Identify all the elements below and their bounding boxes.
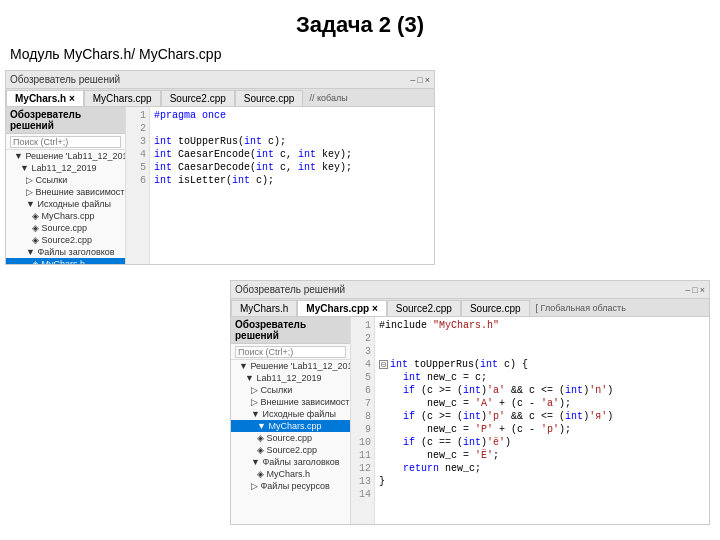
module-label: Модуль MyChars.h/ MyChars.cpp [0,44,720,68]
bottom-tree-header-files[interactable]: ▼ Файлы заголовков [231,456,350,468]
top-explorer-title: Обозреватель решений [6,107,125,134]
bottom-min-btn[interactable]: – [685,285,690,295]
bottom-ln-3: 3 [351,345,374,358]
bottom-tree-source2-cpp[interactable]: ◈ Source2.cpp [231,444,350,456]
bottom-ln-4: 4 [351,358,374,371]
bottom-tab-source2-cpp[interactable]: Source2.cpp [387,300,461,316]
top-tab-mychars-cpp[interactable]: MyChars.cpp [84,90,161,106]
bottom-ln-9: 9 [351,423,374,436]
bottom-ln-2: 2 [351,332,374,345]
bottom-tree-solution[interactable]: ▼ Решение 'Lab11_12_2019' (проектов: 1 [231,360,350,372]
bottom-tree-ext-deps[interactable]: ▷ Внешние зависимости [231,396,350,408]
bottom-explorer-title: Обозреватель решений [231,317,350,344]
top-line-num-1: 1 [126,109,149,122]
bottom-ln-10: 10 [351,436,374,449]
top-titlebar: Обозреватель решений – □ × [6,71,434,89]
bottom-tree-mychars-cpp[interactable]: ▼ MyChars.cpp [231,420,350,432]
bottom-ln-11: 11 [351,449,374,462]
top-solution-explorer: Обозреватель решений ▼ Решение 'Lab11_12… [6,107,126,264]
bottom-tree-resources[interactable]: ▷ Файлы ресурсов [231,480,350,492]
bottom-tab-mychars-cpp[interactable]: MyChars.cpp × [297,300,386,316]
top-line-num-2: 2 [126,122,149,135]
bottom-ln-14: 14 [351,488,374,501]
bottom-ln-13: 13 [351,475,374,488]
top-tree-ext-deps[interactable]: ▷ Внешние зависимости [6,186,125,198]
top-max-btn[interactable]: □ [417,75,422,85]
bottom-tree-project[interactable]: ▼ Lab11_12_2019 [231,372,350,384]
bottom-code-area: 1 2 3 4 5 6 7 8 9 10 11 12 13 14 #includ… [351,317,709,524]
top-titlebar-label: Обозреватель решений [10,74,120,85]
top-line-num-6: 6 [126,174,149,187]
bottom-location-bar-tab: [ Глобальная область [530,301,709,315]
top-tree-header-files[interactable]: ▼ Файлы заголовков [6,246,125,258]
bottom-ide-window: Обозреватель решений – □ × MyChars.h MyC… [230,280,710,525]
bottom-explorer-search [231,344,350,360]
top-titlebar-controls: – □ × [410,75,430,85]
top-tree-refs[interactable]: ▷ Ссылки [6,174,125,186]
top-tree-source-files[interactable]: ▼ Исходные файлы [6,198,125,210]
bottom-tree-mychars-h[interactable]: ◈ MyChars.h [231,468,350,480]
bottom-tree-refs[interactable]: ▷ Ссылки [231,384,350,396]
bottom-ln-8: 8 [351,410,374,423]
top-tree-project[interactable]: ▼ Lab11_12_2019 [6,162,125,174]
bottom-ln-12: 12 [351,462,374,475]
top-code-content[interactable]: #pragma once int toUpperRus(int c); int … [150,107,434,264]
top-line-numbers: 1 2 3 4 5 6 [126,107,150,264]
top-tree-mychars-cpp[interactable]: ◈ MyChars.cpp [6,210,125,222]
top-code-area: 1 2 3 4 5 6 #pragma once int toUpperRus(… [126,107,434,264]
top-line-num-5: 5 [126,161,149,174]
bottom-code-content[interactable]: #include "MyChars.h" ⊟int toUpperRus(int… [375,317,709,524]
top-tree-source2-cpp[interactable]: ◈ Source2.cpp [6,234,125,246]
top-location-bar-tab: // кобалы [303,91,434,105]
page-title: Задача 2 (3) [0,0,720,44]
bottom-tab-mychars-h[interactable]: MyChars.h [231,300,297,316]
top-tab-source2-cpp[interactable]: Source2.cpp [161,90,235,106]
top-tab-mychars-h[interactable]: MyChars.h × [6,90,84,106]
bottom-tab-source-cpp[interactable]: Source.cpp [461,300,530,316]
top-tree-mychars-h[interactable]: ◈ MyChars.h [6,258,125,264]
bottom-titlebar-controls: – □ × [685,285,705,295]
bottom-titlebar-title: Обозреватель решений [235,284,345,295]
bottom-ln-1: 1 [351,319,374,332]
bottom-titlebar-label: Обозреватель решений [235,284,345,295]
bottom-ln-5: 5 [351,371,374,384]
top-tab-source-cpp[interactable]: Source.cpp [235,90,304,106]
top-explorer-search [6,134,125,150]
top-line-num-4: 4 [126,148,149,161]
top-tree-solution[interactable]: ▼ Решение 'Lab11_12_2019' (проектов: 1 [6,150,125,162]
top-min-btn[interactable]: – [410,75,415,85]
bottom-body: Обозреватель решений ▼ Решение 'Lab11_12… [231,317,709,524]
bottom-max-btn[interactable]: □ [692,285,697,295]
bottom-ln-6: 6 [351,384,374,397]
bottom-line-numbers: 1 2 3 4 5 6 7 8 9 10 11 12 13 14 [351,317,375,524]
collapse-icon[interactable]: ⊟ [379,360,388,369]
bottom-tree-source-files[interactable]: ▼ Исходные файлы [231,408,350,420]
bottom-solution-explorer: Обозреватель решений ▼ Решение 'Lab11_12… [231,317,351,524]
top-close-btn[interactable]: × [425,75,430,85]
top-titlebar-title: Обозреватель решений [10,74,120,85]
bottom-close-btn[interactable]: × [700,285,705,295]
top-tree-source-cpp[interactable]: ◈ Source.cpp [6,222,125,234]
bottom-search-input[interactable] [235,346,346,358]
top-search-input[interactable] [10,136,121,148]
bottom-tree-source-cpp[interactable]: ◈ Source.cpp [231,432,350,444]
bottom-tabs: MyChars.h MyChars.cpp × Source2.cpp Sour… [231,299,709,317]
bottom-titlebar: Обозреватель решений – □ × [231,281,709,299]
top-ide-window: Обозреватель решений – □ × MyChars.h × M… [5,70,435,265]
top-line-num-3: 3 [126,135,149,148]
bottom-ln-7: 7 [351,397,374,410]
top-tabs: MyChars.h × MyChars.cpp Source2.cpp Sour… [6,89,434,107]
top-body: Обозреватель решений ▼ Решение 'Lab11_12… [6,107,434,264]
